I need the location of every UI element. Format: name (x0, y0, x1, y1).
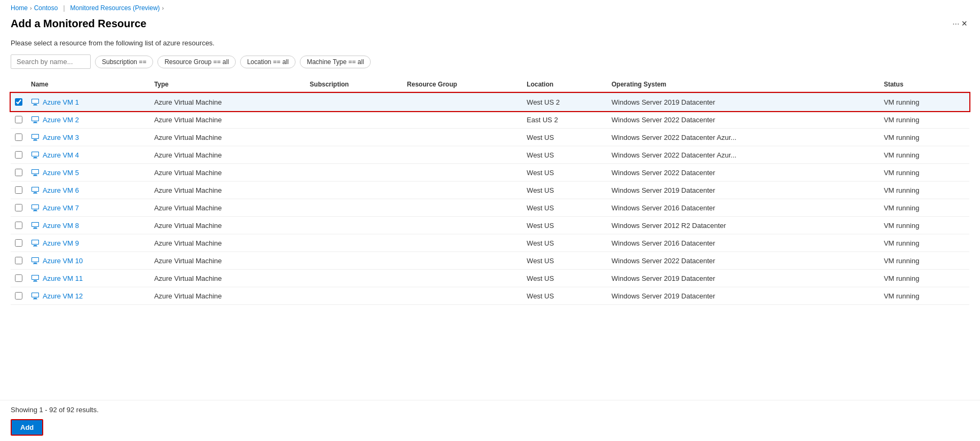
col-location[interactable]: Location (522, 76, 607, 93)
row-name[interactable]: Azure VM 8 (27, 217, 150, 234)
row-type: Azure Virtual Machine (150, 111, 306, 129)
svg-rect-13 (32, 152, 38, 156)
svg-rect-27 (33, 211, 37, 211)
row-resource-group (403, 111, 523, 129)
svg-rect-9 (32, 135, 38, 138)
breadcrumb-home[interactable]: Home (11, 4, 28, 12)
row-name-text: Azure VM 3 (43, 133, 79, 141)
table-row[interactable]: Azure VM 6Azure Virtual MachineWest USWi… (11, 182, 969, 199)
row-subscription (306, 146, 403, 164)
table-row[interactable]: Azure VM 3Azure Virtual MachineWest USWi… (11, 129, 969, 146)
row-os: Windows Server 2019 Datacenter (607, 182, 879, 199)
row-checkbox[interactable] (15, 239, 22, 247)
table-row[interactable]: Azure VM 4Azure Virtual MachineWest USWi… (11, 146, 969, 164)
row-checkbox[interactable] (15, 292, 22, 300)
col-resource-group[interactable]: Resource Group (403, 76, 523, 93)
col-status[interactable]: Status (880, 76, 969, 93)
row-checkbox[interactable] (15, 257, 22, 264)
add-button[interactable]: Add (11, 419, 43, 436)
breadcrumb-pipe: | (63, 4, 65, 12)
row-type: Azure Virtual Machine (150, 270, 306, 287)
row-name[interactable]: Azure VM 7 (27, 199, 150, 217)
table-row[interactable]: Azure VM 8Azure Virtual MachineWest USWi… (11, 217, 969, 234)
row-os: Windows Server 2012 R2 Datacenter (607, 217, 879, 234)
table-row[interactable]: Azure VM 11Azure Virtual MachineWest USW… (11, 270, 969, 287)
col-name[interactable]: Name (27, 76, 150, 93)
table-row[interactable]: Azure VM 12Azure Virtual MachineWest USW… (11, 287, 969, 305)
close-button[interactable]: × (959, 16, 969, 32)
row-name[interactable]: Azure VM 6 (27, 182, 150, 199)
svg-rect-23 (33, 193, 37, 194)
table-row[interactable]: Azure VM 9Azure Virtual MachineWest USWi… (11, 234, 969, 252)
row-name[interactable]: Azure VM 10 (27, 252, 150, 270)
row-location: West US (522, 199, 607, 217)
row-name[interactable]: Azure VM 12 (27, 287, 150, 305)
row-name[interactable]: Azure VM 11 (27, 270, 150, 287)
resource-group-filter[interactable]: Resource Group == all (157, 56, 236, 68)
row-checkbox-cell (11, 93, 27, 111)
row-name[interactable]: Azure VM 4 (27, 146, 150, 164)
subscription-filter[interactable]: Subscription == (95, 56, 153, 68)
row-os: Windows Server 2022 Datacenter Azur... (607, 146, 879, 164)
svg-rect-2 (34, 104, 37, 105)
row-checkbox[interactable] (15, 133, 22, 141)
row-checkbox-cell (11, 199, 27, 217)
search-input[interactable] (11, 54, 91, 69)
row-subscription (306, 252, 403, 270)
row-checkbox[interactable] (15, 169, 22, 176)
row-name-text: Azure VM 6 (43, 186, 79, 194)
row-resource-group (403, 270, 523, 287)
svg-rect-31 (33, 229, 37, 229)
svg-rect-33 (32, 240, 38, 244)
row-checkbox-cell (11, 164, 27, 182)
row-checkbox[interactable] (15, 222, 22, 229)
row-checkbox[interactable] (15, 204, 22, 211)
row-subscription (306, 182, 403, 199)
row-name[interactable]: Azure VM 9 (27, 234, 150, 252)
row-name[interactable]: Azure VM 3 (27, 129, 150, 146)
svg-rect-1 (32, 99, 38, 103)
row-checkbox[interactable] (15, 116, 22, 123)
row-location: East US 2 (522, 111, 607, 129)
col-type[interactable]: Type (150, 76, 306, 93)
breadcrumb-contoso[interactable]: Contoso (34, 4, 58, 12)
row-checkbox-cell (11, 287, 27, 305)
row-os: Windows Server 2022 Datacenter (607, 164, 879, 182)
row-name[interactable]: Azure VM 1 (27, 93, 150, 111)
row-os: Windows Server 2016 Datacenter (607, 234, 879, 252)
table-row[interactable]: Azure VM 7Azure Virtual MachineWest USWi… (11, 199, 969, 217)
row-checkbox[interactable] (15, 151, 22, 159)
row-status: VM running (880, 182, 969, 199)
row-subscription (306, 111, 403, 129)
location-filter[interactable]: Location == all (240, 56, 296, 68)
row-resource-group (403, 234, 523, 252)
row-name-text: Azure VM 12 (43, 292, 83, 300)
row-status: VM running (880, 252, 969, 270)
row-resource-group (403, 164, 523, 182)
row-name[interactable]: Azure VM 2 (27, 111, 150, 129)
row-checkbox[interactable] (15, 274, 22, 282)
table-row[interactable]: Azure VM 1Azure Virtual MachineWest US 2… (11, 93, 969, 111)
panel-more-button[interactable]: ··· (952, 19, 959, 29)
row-checkbox[interactable] (15, 186, 22, 194)
row-subscription (306, 93, 403, 111)
machine-type-filter[interactable]: Machine Type == all (300, 56, 371, 68)
table-row[interactable]: Azure VM 10Azure Virtual MachineWest USW… (11, 252, 969, 270)
vm-icon (31, 186, 39, 194)
svg-rect-15 (33, 158, 37, 159)
col-os[interactable]: Operating System (607, 76, 879, 93)
row-name[interactable]: Azure VM 5 (27, 164, 150, 182)
row-resource-group (403, 252, 523, 270)
col-subscription[interactable]: Subscription (306, 76, 403, 93)
row-status: VM running (880, 234, 969, 252)
row-checkbox[interactable] (15, 98, 22, 106)
row-location: West US (522, 270, 607, 287)
row-subscription (306, 270, 403, 287)
table-row[interactable]: Azure VM 2Azure Virtual MachineEast US 2… (11, 111, 969, 129)
vm-icon (31, 221, 39, 230)
table-row[interactable]: Azure VM 5Azure Virtual MachineWest USWi… (11, 164, 969, 182)
breadcrumb-monitored[interactable]: Monitored Resources (Preview) (70, 4, 160, 12)
row-checkbox-cell (11, 182, 27, 199)
vm-icon (31, 151, 39, 159)
row-type: Azure Virtual Machine (150, 93, 306, 111)
